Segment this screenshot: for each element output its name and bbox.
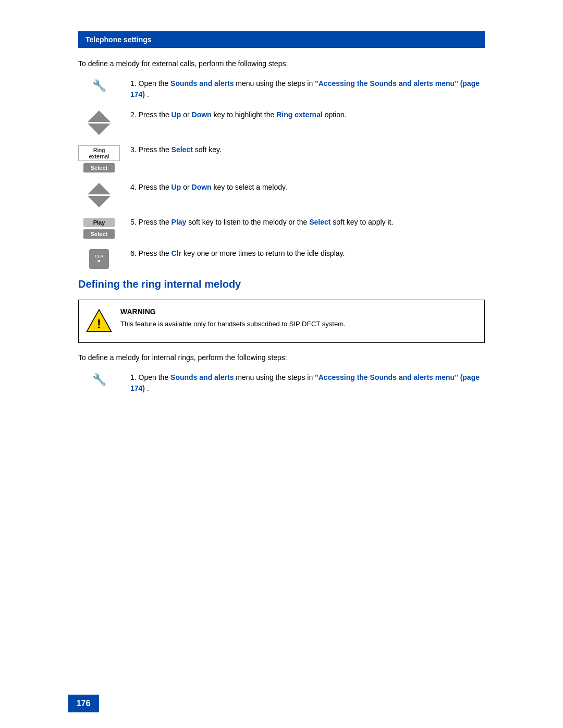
step-1-icon: 🔧 [78,78,120,93]
step-5-icon: Play Select [78,217,120,239]
internal-step-1-number: 1. [130,373,139,381]
warning-content: WARNING This feature is available only f… [120,307,477,329]
step-6-content: 6. Press the Clr key one or more times t… [130,248,485,259]
step-2-text-after: option. [325,110,347,119]
arrow-down-icon-2 [88,196,111,207]
arrow-up-icon-2 [88,183,111,194]
internal-section-title: Defining the ring internal melody [78,278,485,290]
step-3-bold1: Select [172,145,193,154]
step-3-icon: Ring external Select [78,144,120,172]
step-6-text-after: key one or more times to return to the i… [183,249,345,257]
internal-step-1-icon: 🔧 [78,372,120,387]
step-2-text-m1: or [183,110,191,119]
internal-intro: To define a melody for internal rings, p… [78,353,485,362]
step-2-content: 2. Press the Up or Down key to highlight… [130,109,485,120]
internal-step-1-link1[interactable]: Sounds and alerts [170,373,234,381]
step-2-row: 2. Press the Up or Down key to highlight… [78,109,485,135]
step-2-bold1: Up [172,110,181,119]
step-6-icon: CLR■ [78,248,120,269]
warning-svg: ! [86,307,112,334]
step-5-bold2: Select [309,218,331,226]
step-3-text-after: soft key. [195,145,222,154]
nav-arrows-icon-2 [88,183,111,207]
page-number: 176 [68,695,99,712]
play-select-btns: Play Select [83,218,115,239]
step-4-content: 4. Press the Up or Down key to select a … [130,182,485,193]
step-5-text-after: soft key to apply it. [333,218,393,226]
wrench-icon: 🔧 [92,79,106,93]
warning-triangle-icon: ! [86,307,112,335]
select-softkey-display: Select [83,163,115,172]
clr-key-label: CLR■ [95,254,103,264]
warning-title: WARNING [120,307,477,316]
step-4-bold1: Up [172,183,181,191]
step-4-text-m1: or [183,183,191,191]
step-4-bold2: Down [192,183,212,191]
internal-step-1-text-mid: menu using the steps in [236,373,315,381]
step-5-number: 5. [130,218,139,226]
step-2-text-before: Press the [139,110,172,119]
step-4-text-before: Press the [139,183,172,191]
step-1-content: 1. Open the Sounds and alerts menu using… [130,78,485,100]
step-1-number: 1. [130,79,139,88]
external-steps-list: 🔧 1. Open the Sounds and alerts menu usi… [78,78,485,269]
section-header: Telephone settings [78,31,485,48]
section-header-title: Telephone settings [85,35,152,44]
step-2-icon [78,109,120,135]
step-4-icon [78,182,120,207]
step-3-number: 3. [130,145,139,154]
internal-step-1-text-after: . [147,384,149,392]
step-2-number: 2. [130,110,139,119]
step-6-bold1: Clr [172,249,181,257]
select-btn-display: Select [83,229,115,239]
step-6-text-before: Press the [139,249,172,257]
step-2-bold3: Ring external [276,110,323,119]
step-5-content: 5. Press the Play soft key to listen to … [130,217,485,228]
step-4-row: 4. Press the Up or Down key to select a … [78,182,485,207]
ring-ext-display: Ring external Select [78,145,120,172]
external-intro: To define a melody for external calls, p… [78,59,485,68]
step-1-text-mid: menu using the steps in [236,79,315,88]
play-btn-display: Play [83,218,115,227]
step-1-text-after: . [147,90,149,98]
step-5-row: Play Select 5. Press the Play soft key t… [78,217,485,239]
step-3-content: 3. Press the Select soft key. [130,144,485,155]
step-4-text-after: key to select a melody. [214,183,287,191]
step-3-text-before: Press the [139,145,172,154]
step-5-bold1: Play [172,218,187,226]
internal-steps-list: 🔧 1. Open the Sounds and alerts menu usi… [78,372,485,394]
step-2-text-m2: key to highlight the [214,110,277,119]
step-1-text-before: Open the [139,79,171,88]
internal-step-1-row: 🔧 1. Open the Sounds and alerts menu usi… [78,372,485,394]
step-1-row: 🔧 1. Open the Sounds and alerts menu usi… [78,78,485,100]
step-4-number: 4. [130,183,139,191]
svg-text:!: ! [97,317,101,331]
nav-arrows-icon [88,110,111,135]
step-1-link1[interactable]: Sounds and alerts [170,79,234,88]
lcd-display: Ring external [78,145,120,161]
step-3-row: Ring external Select 3. Press the Select… [78,144,485,172]
arrow-down-icon [88,124,111,135]
wrench-icon-2: 🔧 [92,373,106,387]
warning-text: This feature is available only for hands… [120,319,477,329]
arrow-up-icon [88,110,111,122]
clr-key-icon: CLR■ [89,249,109,269]
step-2-bold2: Down [192,110,212,119]
internal-step-1-text-before: Open the [139,373,171,381]
internal-step-1-content: 1. Open the Sounds and alerts menu using… [130,372,485,394]
step-6-row: CLR■ 6. Press the Clr key one or more ti… [78,248,485,269]
step-6-number: 6. [130,249,139,257]
step-5-text-m1: soft key to listen to the melody or the [188,218,309,226]
step-5-text-before: Press the [139,218,172,226]
warning-box: ! WARNING This feature is available only… [78,300,485,343]
